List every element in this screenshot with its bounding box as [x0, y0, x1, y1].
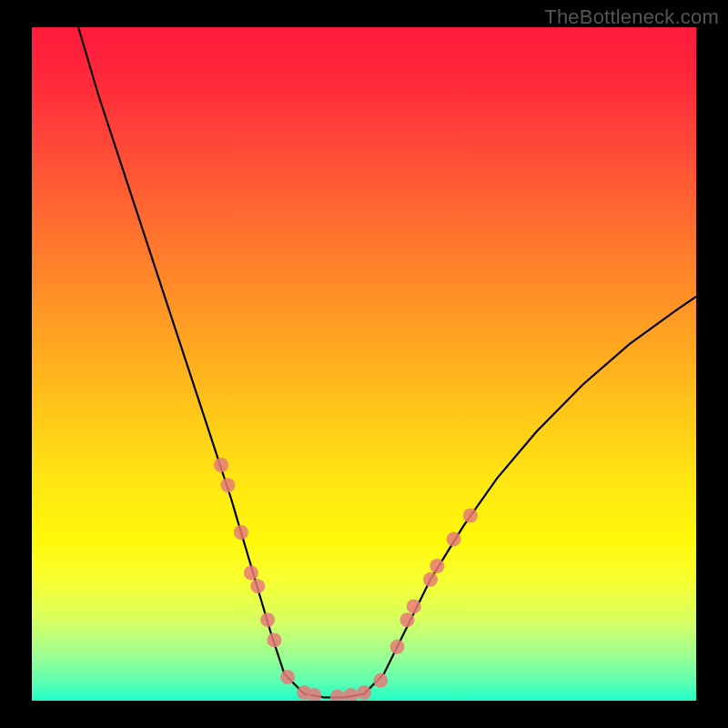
watermark-text: TheBottleneck.com [544, 5, 719, 29]
chart-container: { "watermark": { "text": "TheBottleneck.… [0, 0, 728, 728]
plot-gradient-background [32, 27, 696, 701]
